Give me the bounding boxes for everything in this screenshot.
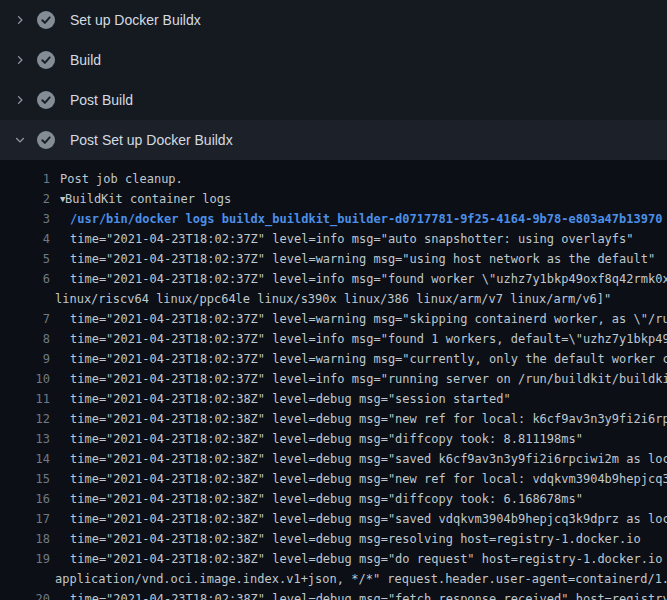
check-circle-icon — [37, 131, 55, 149]
log-line: 1 Post job cleanup. — [0, 169, 667, 189]
line-number[interactable]: 1 — [0, 169, 50, 189]
step-title: Post Build — [70, 80, 133, 120]
line-number[interactable]: 8 — [0, 329, 50, 349]
line-number[interactable]: 14 — [0, 449, 50, 469]
step-header-build[interactable]: Build — [0, 40, 667, 80]
line-number[interactable]: 15 — [0, 469, 50, 489]
log-line: 3 /usr/bin/docker logs buildx_buildkit_b… — [0, 209, 667, 229]
check-circle-icon — [37, 91, 55, 109]
line-number[interactable]: 2 — [0, 189, 50, 209]
log-line-text: time="2021-04-23T18:02:37Z" level=info m… — [50, 329, 667, 349]
log-line-text: time="2021-04-23T18:02:38Z" level=debug … — [50, 449, 667, 469]
log-line-text: time="2021-04-23T18:02:37Z" level=info m… — [50, 229, 634, 249]
chevron-right-icon — [12, 92, 28, 108]
chevron-right-icon — [12, 12, 28, 28]
log-line: 7 time="2021-04-23T18:02:37Z" level=warn… — [0, 309, 667, 329]
step-title: Post Set up Docker Buildx — [70, 120, 233, 160]
line-number — [0, 289, 50, 309]
log-line-text: time="2021-04-23T18:02:37Z" level=info m… — [50, 369, 667, 389]
line-number[interactable]: 9 — [0, 349, 50, 369]
log-line: 16 time="2021-04-23T18:02:38Z" level=deb… — [0, 489, 667, 509]
log-line-text: time="2021-04-23T18:02:37Z" level=warnin… — [50, 349, 667, 369]
step-header-post-build[interactable]: Post Build — [0, 80, 667, 120]
log-line: application/vnd.oci.image.index.v1+json,… — [0, 569, 667, 589]
log-line-text: time="2021-04-23T18:02:37Z" level=warnin… — [50, 309, 667, 329]
line-number[interactable]: 10 — [0, 369, 50, 389]
log-line: 11 time="2021-04-23T18:02:38Z" level=deb… — [0, 389, 667, 409]
chevron-down-icon — [12, 132, 28, 148]
log-area: 1 Post job cleanup. 2 ▼ BuildKit contain… — [0, 160, 667, 600]
line-number[interactable]: 4 — [0, 229, 50, 249]
log-line-text[interactable]: BuildKit container logs — [65, 189, 231, 209]
log-line-text: time="2021-04-23T18:02:38Z" level=debug … — [50, 529, 641, 549]
log-line-text: linux/riscv64 linux/ppc64le linux/s390x … — [50, 289, 611, 309]
log-line-text: Post job cleanup. — [50, 169, 183, 189]
log-line-text: time="2021-04-23T18:02:38Z" level=debug … — [50, 589, 667, 600]
log-line: 17 time="2021-04-23T18:02:38Z" level=deb… — [0, 509, 667, 529]
check-circle-icon — [37, 51, 55, 69]
log-line: 12 time="2021-04-23T18:02:38Z" level=deb… — [0, 409, 667, 429]
log-line-text: time="2021-04-23T18:02:38Z" level=debug … — [50, 549, 667, 569]
line-number[interactable]: 7 — [0, 309, 50, 329]
step-header-post-set-up-docker-buildx[interactable]: Post Set up Docker Buildx — [0, 120, 667, 160]
log-line: 15 time="2021-04-23T18:02:38Z" level=deb… — [0, 469, 667, 489]
line-number[interactable]: 20 — [0, 589, 50, 600]
log-line: 5 time="2021-04-23T18:02:37Z" level=warn… — [0, 249, 667, 269]
log-line-text: time="2021-04-23T18:02:38Z" level=debug … — [50, 509, 667, 529]
steps-list: Set up Docker Buildx Build — [0, 0, 667, 160]
actions-log-viewer: Set up Docker Buildx Build — [0, 0, 667, 600]
log-line: 6 time="2021-04-23T18:02:37Z" level=info… — [0, 269, 667, 289]
log-line-text: time="2021-04-23T18:02:38Z" level=debug … — [50, 429, 583, 449]
log-line: linux/riscv64 linux/ppc64le linux/s390x … — [0, 289, 667, 309]
log-line: 19 time="2021-04-23T18:02:38Z" level=deb… — [0, 549, 667, 569]
log-line: 13 time="2021-04-23T18:02:38Z" level=deb… — [0, 429, 667, 449]
log-line: 20 time="2021-04-23T18:02:38Z" level=deb… — [0, 589, 667, 600]
log-line: 18 time="2021-04-23T18:02:38Z" level=deb… — [0, 529, 667, 549]
step-title: Set up Docker Buildx — [70, 0, 201, 40]
log-line: 10 time="2021-04-23T18:02:37Z" level=inf… — [0, 369, 667, 389]
log-line: 2 ▼ BuildKit container logs — [0, 189, 667, 209]
line-number[interactable]: 12 — [0, 409, 50, 429]
log-line-text: time="2021-04-23T18:02:38Z" level=debug … — [50, 409, 667, 429]
line-number — [0, 569, 50, 589]
line-number[interactable]: 16 — [0, 489, 50, 509]
check-circle-icon — [37, 11, 55, 29]
group-collapse-icon[interactable]: ▼ — [50, 189, 65, 209]
step-header-set-up-docker-buildx[interactable]: Set up Docker Buildx — [0, 0, 667, 40]
line-number[interactable]: 11 — [0, 389, 50, 409]
log-line-text: time="2021-04-23T18:02:37Z" level=warnin… — [50, 249, 655, 269]
command-text: /usr/bin/docker logs buildx_buildkit_bui… — [50, 209, 662, 229]
line-number[interactable]: 13 — [0, 429, 50, 449]
step-title: Build — [70, 40, 101, 80]
line-number[interactable]: 19 — [0, 549, 50, 569]
log-line: 4 time="2021-04-23T18:02:37Z" level=info… — [0, 229, 667, 249]
line-number[interactable]: 3 — [0, 209, 50, 229]
line-number[interactable]: 6 — [0, 269, 50, 289]
log-line-text: time="2021-04-23T18:02:38Z" level=debug … — [50, 389, 511, 409]
log-line: 14 time="2021-04-23T18:02:38Z" level=deb… — [0, 449, 667, 469]
line-number[interactable]: 5 — [0, 249, 50, 269]
log-line-text: time="2021-04-23T18:02:38Z" level=debug … — [50, 469, 667, 489]
line-number[interactable]: 18 — [0, 529, 50, 549]
line-number[interactable]: 17 — [0, 509, 50, 529]
chevron-right-icon — [12, 52, 28, 68]
log-line-text: time="2021-04-23T18:02:38Z" level=debug … — [50, 489, 583, 509]
log-line-text: application/vnd.oci.image.index.v1+json,… — [50, 569, 667, 589]
log-line: 8 time="2021-04-23T18:02:37Z" level=info… — [0, 329, 667, 349]
log-line-text: time="2021-04-23T18:02:37Z" level=info m… — [50, 269, 667, 289]
log-line: 9 time="2021-04-23T18:02:37Z" level=warn… — [0, 349, 667, 369]
